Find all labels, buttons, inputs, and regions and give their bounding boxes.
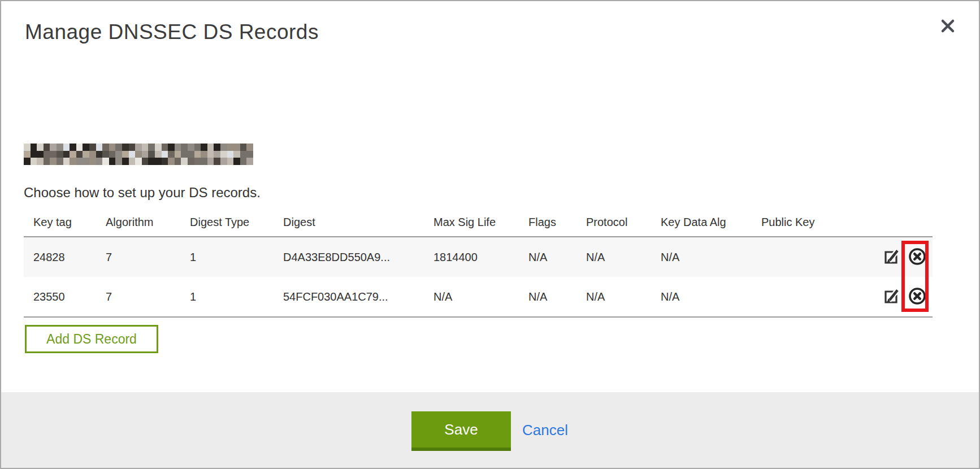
cancel-link[interactable]: Cancel [522, 422, 568, 439]
table-header-row: Key tag Algorithm Digest Type Digest Max… [24, 208, 933, 237]
table-bottom-border [24, 316, 933, 318]
column-header-flags: Flags [519, 216, 576, 229]
cell-digest-type: 1 [180, 290, 274, 303]
edit-record-button[interactable] [882, 247, 900, 267]
table-row: 23550 7 1 54FCF030AA1C79... N/A N/A N/A … [24, 277, 933, 316]
cell-max-sig-life: 1814400 [424, 251, 519, 264]
edit-icon [882, 287, 900, 307]
page-title: Manage DNSSEC DS Records [25, 20, 319, 44]
delete-record-button[interactable] [908, 247, 927, 268]
delete-x-circle-icon [908, 286, 927, 307]
modal-footer: Save Cancel [1, 392, 979, 468]
delete-record-button[interactable] [908, 286, 927, 307]
delete-x-circle-icon [908, 247, 927, 268]
redacted-domain-name [24, 144, 253, 165]
row-actions [865, 237, 933, 277]
cell-key-data-alg: N/A [651, 290, 752, 303]
cell-algorithm: 7 [96, 251, 180, 264]
close-icon [940, 27, 956, 36]
edit-icon [882, 247, 900, 267]
column-header-key-tag: Key tag [24, 216, 96, 229]
ds-records-table: Key tag Algorithm Digest Type Digest Max… [24, 208, 933, 318]
cell-max-sig-life: N/A [424, 290, 519, 303]
cell-digest: D4A33E8DD550A9... [274, 251, 424, 264]
cell-flags: N/A [519, 290, 576, 303]
cell-key-tag: 23550 [24, 290, 96, 303]
cell-protocol: N/A [576, 290, 651, 303]
save-button[interactable]: Save [411, 411, 511, 451]
cell-algorithm: 7 [96, 290, 180, 303]
instruction-text: Choose how to set up your DS records. [24, 185, 261, 201]
cell-digest: 54FCF030AA1C79... [274, 290, 424, 303]
cell-digest-type: 1 [180, 251, 274, 264]
column-header-algorithm: Algorithm [96, 216, 180, 229]
column-header-public-key: Public Key [752, 216, 865, 229]
cell-flags: N/A [519, 251, 576, 264]
column-header-digest: Digest [274, 216, 424, 229]
manage-dnssec-modal: Manage DNSSEC DS Records Choose how to s… [0, 0, 980, 469]
edit-record-button[interactable] [882, 287, 900, 307]
column-header-digest-type: Digest Type [180, 216, 274, 229]
column-header-protocol: Protocol [576, 216, 651, 229]
column-header-key-data-alg: Key Data Alg [651, 216, 752, 229]
cell-protocol: N/A [576, 251, 651, 264]
column-header-max-sig-life: Max Sig Life [424, 216, 519, 229]
cell-key-tag: 24828 [24, 251, 96, 264]
table-row: 24828 7 1 D4A33E8DD550A9... 1814400 N/A … [24, 237, 933, 277]
row-actions [865, 277, 933, 316]
close-button[interactable] [939, 18, 957, 36]
cell-key-data-alg: N/A [651, 251, 752, 264]
add-ds-record-button[interactable]: Add DS Record [25, 325, 158, 353]
